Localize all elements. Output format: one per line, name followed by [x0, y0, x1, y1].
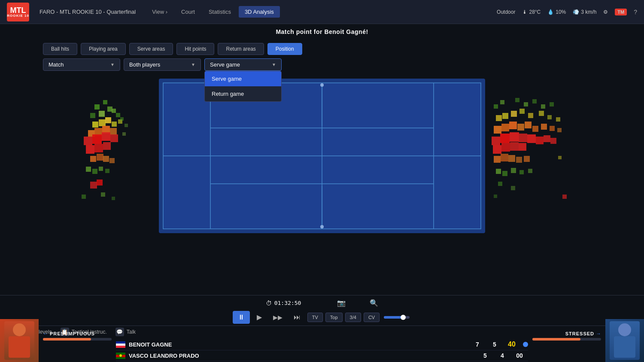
- tm-badge: TM: [615, 9, 627, 15]
- svg-rect-98: [511, 186, 515, 190]
- match-dropdown[interactable]: Match ▼: [43, 58, 120, 71]
- svg-rect-67: [501, 124, 509, 131]
- fast-forward-button[interactable]: ⏭: [289, 311, 305, 324]
- game-type-option-return[interactable]: Return game: [205, 86, 281, 101]
- svg-rect-90: [516, 157, 522, 163]
- svg-rect-33: [82, 195, 86, 199]
- svg-rect-32: [97, 179, 103, 186]
- filter-return-areas[interactable]: Return areas: [218, 43, 264, 55]
- right-player-arrow-icon: →: [596, 331, 601, 337]
- svg-rect-53: [515, 98, 519, 102]
- player1-name: BENOIT GAGNE: [129, 341, 469, 348]
- svg-rect-52: [500, 100, 504, 104]
- game-type-dropdown-btn[interactable]: Serve game ▼: [204, 58, 282, 71]
- svg-rect-96: [528, 169, 532, 173]
- svg-rect-27: [86, 167, 91, 172]
- svg-rect-62: [528, 113, 533, 118]
- talk-icon: 💬: [115, 328, 124, 336]
- svg-rect-31: [90, 182, 97, 189]
- svg-rect-82: [550, 138, 556, 144]
- svg-rect-30: [105, 169, 109, 173]
- svg-rect-8: [99, 119, 106, 126]
- svg-rect-35: [112, 197, 115, 200]
- player2-score-row: VASCO LEANDRO PRADO 5 4 00: [116, 350, 528, 361]
- svg-rect-18: [102, 132, 110, 141]
- match-dropdown-btn[interactable]: Match ▼: [43, 58, 120, 71]
- svg-rect-24: [97, 154, 103, 161]
- svg-rect-19: [110, 134, 118, 142]
- top-button[interactable]: Top: [325, 313, 343, 322]
- svg-rect-65: [556, 117, 560, 122]
- svg-rect-70: [525, 122, 532, 128]
- weather-wind-speed: 💨 3 km/h: [573, 9, 596, 15]
- scoreboard: ← PRESUMPTUOUS BENOIT GAGNE 7 5 40: [0, 338, 644, 362]
- match-dropdown-arrow: ▼: [110, 62, 115, 67]
- svg-rect-55: [532, 99, 537, 103]
- svg-point-49: [320, 83, 324, 87]
- speed-slider[interactable]: [384, 316, 410, 319]
- svg-rect-57: [550, 102, 554, 106]
- svg-rect-61: [519, 109, 525, 114]
- play-button[interactable]: ▶: [252, 310, 266, 324]
- nav-view[interactable]: View ›: [146, 6, 173, 18]
- camera-icon: 📷: [337, 299, 346, 307]
- svg-rect-89: [508, 155, 515, 162]
- player2-set1: 5: [477, 352, 494, 359]
- svg-rect-64: [547, 115, 552, 119]
- svg-rect-54: [524, 102, 528, 106]
- player-left-info: ← PRESUMPTUOUS: [43, 331, 112, 341]
- player1-set1: 7: [469, 341, 486, 348]
- player1-current-score: 40: [503, 341, 520, 348]
- players-dropdown-btn[interactable]: Both players ▼: [124, 58, 201, 71]
- player2-current-score: 00: [511, 352, 528, 359]
- search-icon: 🔍: [370, 299, 378, 307]
- svg-rect-84: [501, 143, 510, 152]
- svg-rect-77: [510, 132, 519, 142]
- svg-rect-17: [92, 134, 102, 144]
- filter-playing-area[interactable]: Playing area: [81, 43, 126, 55]
- left-player-bar-fill: [43, 338, 91, 341]
- svg-rect-88: [501, 154, 508, 161]
- cv-button[interactable]: CV: [364, 313, 380, 322]
- player2-name: VASCO LEANDRO PRADO: [129, 353, 477, 359]
- game-type-dropdown[interactable]: Serve game ▼ Serve game Return game: [204, 58, 282, 71]
- game-type-option-serve[interactable]: Serve game: [205, 71, 281, 86]
- dropdowns-row: Match ▼ Both players ▼ Serve game ▼ Serv…: [0, 58, 644, 74]
- nav-court[interactable]: Court: [175, 6, 201, 18]
- top-navigation: MTL ROOKIE 10 FARO - MTL ROOKIE 10 - Qua…: [0, 0, 644, 24]
- filter-ball-hits[interactable]: Ball hits: [43, 43, 77, 55]
- help-icon[interactable]: ?: [634, 9, 637, 15]
- filter-position[interactable]: Position: [267, 43, 302, 55]
- talk-tab[interactable]: 💬 Talk: [115, 328, 136, 336]
- top-right-area: Outdoor 🌡 28°C 💧 10% 💨 3 km/h ⚙ TM ?: [497, 9, 637, 15]
- svg-rect-26: [109, 158, 115, 163]
- player-left-photo: [0, 319, 39, 362]
- svg-rect-15: [110, 128, 117, 135]
- svg-rect-21: [94, 144, 103, 152]
- tennis-court-svg: [159, 79, 485, 233]
- tv-button[interactable]: TV: [307, 313, 323, 322]
- nav-statistics[interactable]: Statistics: [203, 6, 237, 18]
- svg-rect-7: [92, 122, 98, 128]
- filter-hit-points[interactable]: Hit points: [176, 43, 214, 55]
- svg-rect-100: [558, 156, 562, 159]
- svg-rect-34: [101, 192, 105, 197]
- svg-rect-75: [492, 137, 500, 145]
- weather-wind-percent: 💧 10%: [547, 9, 566, 15]
- left-player-status: PRESUMPTUOUS: [50, 331, 95, 336]
- svg-rect-69: [517, 124, 524, 131]
- nav-3d-analysis[interactable]: 3D Analysis: [239, 6, 280, 18]
- svg-rect-78: [519, 134, 527, 142]
- svg-rect-66: [494, 126, 501, 134]
- settings-icon[interactable]: ⚙: [603, 9, 608, 15]
- fraction-button[interactable]: 3/4: [345, 313, 361, 322]
- svg-rect-37: [125, 124, 128, 127]
- pause-button[interactable]: ⏸: [233, 311, 250, 324]
- players-dropdown[interactable]: Both players ▼: [124, 58, 201, 71]
- step-forward-button[interactable]: ▶▶: [269, 311, 287, 323]
- timer-icon: ⏱: [266, 300, 272, 307]
- filter-serve-areas[interactable]: Serve areas: [129, 43, 173, 55]
- mtl-logo: MTL ROOKIE 10: [7, 3, 29, 21]
- weather-outdoor: Outdoor: [497, 9, 515, 15]
- heatmap-left: [69, 87, 155, 220]
